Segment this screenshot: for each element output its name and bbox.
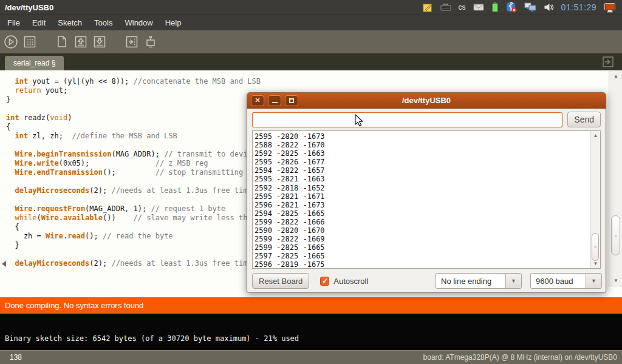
open-sketch-button[interactable] [73, 34, 89, 50]
serial-line: 2595 -2821 -1671 [255, 192, 588, 201]
serial-title: /dev/ttyUSB0 [247, 96, 606, 105]
send-button[interactable]: Send [567, 112, 601, 127]
serial-line: 2588 -2822 -1670 [255, 141, 588, 149]
tray: cs01:51:29 [423, 2, 622, 13]
upload-button[interactable] [124, 34, 140, 50]
keyboard-layout-icon[interactable] [440, 2, 451, 13]
serial-output[interactable]: 2595 -2820 -16732588 -2822 -16702592 -28… [255, 132, 588, 267]
serial-line: 2596 -2819 -1675 [255, 260, 588, 267]
compile-status-bar: Done compiling. No syntax errors found [0, 297, 622, 314]
serial-line: 2595 -2821 -1663 [255, 175, 588, 183]
serial-line: 2594 -2822 -1657 [255, 166, 588, 175]
compile-status-text: Done compiling. No syntax errors found [5, 301, 143, 310]
serial-output-panel: 2595 -2820 -16732588 -2822 -16702592 -28… [252, 130, 601, 269]
volume-icon[interactable] [544, 2, 554, 13]
menu-tools[interactable]: Tools [88, 15, 118, 30]
save-sketch-button[interactable] [92, 34, 108, 50]
serial-line: 2595 -2826 -1677 [255, 158, 588, 166]
screen: /dev/ttyUSB0 cs01:51:29 FileEditSketchTo… [0, 0, 622, 364]
scroll-up-icon[interactable]: ▲ [609, 73, 622, 79]
serial-line: 2599 -2822 -1669 [255, 235, 588, 243]
baud-rate-value: 9600 baud [531, 274, 586, 288]
editor-scrollbar[interactable]: ▲ ≡ ▼ [609, 71, 622, 287]
minimize-button[interactable] [268, 95, 281, 106]
chevron-down-icon[interactable]: ▼ [586, 274, 601, 288]
menu-window[interactable]: Window [118, 15, 159, 30]
serial-send-input[interactable] [252, 112, 562, 127]
scroll-down-icon[interactable]: ▼ [590, 261, 601, 266]
serial-line: 2596 -2821 -1673 [255, 201, 588, 209]
menu-edit[interactable]: Edit [26, 15, 52, 30]
line-ending-select[interactable]: No line ending ▼ [436, 273, 522, 289]
session-menu-icon[interactable] [604, 2, 616, 13]
autoscroll-checkbox[interactable] [320, 277, 329, 286]
serial-scrollbar-thumb[interactable]: ≡ [592, 233, 599, 261]
reset-board-button[interactable]: Reset Board [252, 273, 309, 289]
tabbar: serial_read § [0, 53, 622, 70]
new-tab-button[interactable] [603, 56, 613, 67]
serial-line: 2592 -2825 -1663 [255, 149, 588, 158]
baud-rate-select[interactable]: 9600 baud ▼ [530, 273, 602, 289]
menu-sketch[interactable]: Sketch [52, 15, 88, 30]
mail-icon[interactable] [473, 2, 484, 13]
serial-monitor-window: /dev/ttyUSB0 ✕ Send 2595 -2820 -16732588… [247, 92, 606, 292]
scroll-down-icon[interactable]: ▼ [609, 278, 622, 283]
line-number: 138 [10, 353, 22, 362]
desktop-top-panel: /dev/ttyUSB0 cs01:51:29 [0, 0, 622, 15]
serial-scrollbar[interactable]: ▲ ≡ ▼ [590, 131, 600, 268]
chevron-down-icon[interactable]: ▼ [505, 274, 521, 288]
notes-applet-icon[interactable] [423, 2, 433, 13]
close-button[interactable]: ✕ [251, 95, 264, 106]
board-info: board: ATmega328P(A) @ 8 MHz (internal) … [423, 353, 617, 362]
window-title: /dev/ttyUSB0 [0, 3, 53, 12]
serial-titlebar[interactable]: /dev/ttyUSB0 ✕ [247, 93, 606, 109]
new-sketch-button[interactable] [54, 34, 70, 50]
maximize-button[interactable] [285, 95, 298, 106]
build-console-text: Binary sketch size: 6542 bytes (of a 307… [5, 334, 299, 343]
toolbar [0, 30, 622, 53]
menu-help[interactable]: Help [159, 15, 188, 30]
serial-line: 2592 -2818 -1652 [255, 184, 588, 192]
serial-line: 2599 -2825 -1665 [255, 243, 588, 252]
mouse-cursor-icon [355, 114, 364, 130]
serial-line: 2597 -2825 -1665 [255, 252, 588, 260]
serial-line: 2594 -2825 -1665 [255, 209, 588, 218]
build-console: Binary sketch size: 6542 bytes (of a 307… [0, 314, 622, 350]
bluetooth-icon[interactable] [506, 2, 517, 13]
hscroll-left-arrow-icon[interactable] [2, 261, 6, 267]
network-icon[interactable] [524, 2, 536, 13]
serial-controls: Reset Board Autoscroll No line ending ▼ … [252, 270, 601, 292]
scroll-up-icon[interactable]: ▲ [590, 133, 601, 138]
footer-statusbar: 138 board: ATmega328P(A) @ 8 MHz (intern… [0, 350, 622, 364]
autoscroll-label: Autoscroll [333, 277, 368, 286]
stop-button[interactable] [22, 34, 38, 50]
clock-label[interactable]: 01:51:29 [561, 2, 597, 13]
menu-file[interactable]: File [1, 15, 26, 30]
code-line: int yout = (yl|(yh << 8)); //concatenate… [6, 77, 604, 86]
tab-serial-read[interactable]: serial_read § [5, 56, 64, 70]
serial-line: 2590 -2820 -1670 [255, 226, 588, 235]
verify-button[interactable] [3, 34, 19, 50]
serial-line: 2599 -2822 -1666 [255, 218, 588, 226]
battery-icon[interactable] [491, 2, 499, 13]
serial-line: 2595 -2820 -1673 [255, 132, 588, 141]
line-ending-value: No line ending [436, 274, 505, 288]
serial-monitor-button[interactable] [143, 34, 159, 50]
menubar: FileEditSketchToolsWindowHelp [0, 15, 622, 30]
keyboard-layout-label[interactable]: cs [459, 2, 466, 13]
editor-scrollbar-thumb[interactable]: ≡ [611, 215, 620, 255]
